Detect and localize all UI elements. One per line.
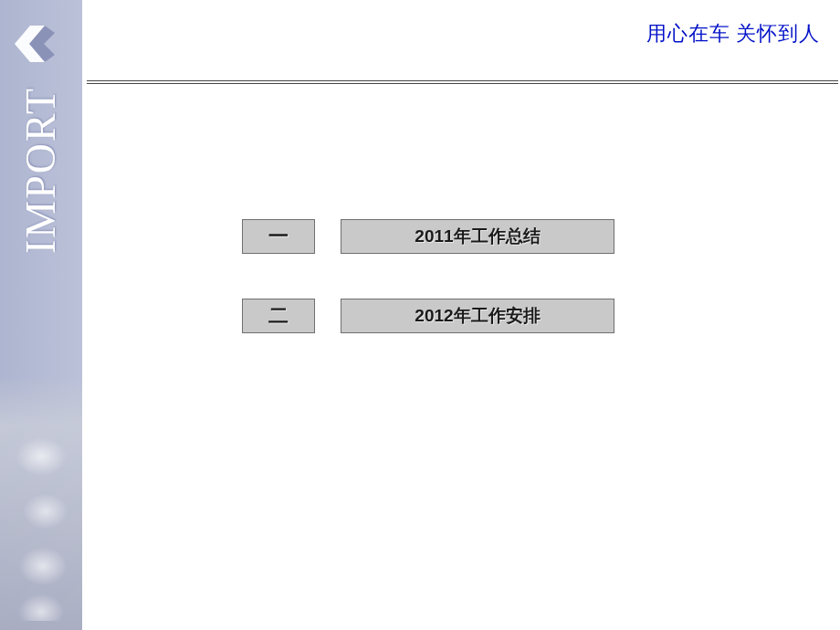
sidebar: IMPORT [0,0,82,630]
toc-item-2-label: 2012年工作安排 [341,299,614,333]
sidebar-title: IMPORT [16,87,65,254]
toc-item-2-number: 二 [242,299,315,333]
toc-item-2: 二 2012年工作安排 [242,299,614,333]
sidebar-decorative-image [0,374,82,630]
main-content: 一 2011年工作总结 二 2012年工作安排 [82,0,840,630]
chevron-logo-icon [7,16,62,71]
toc-item-1: 一 2011年工作总结 [242,219,614,254]
toc-item-1-number: 一 [242,219,315,254]
toc-item-1-label: 2011年工作总结 [341,219,614,254]
